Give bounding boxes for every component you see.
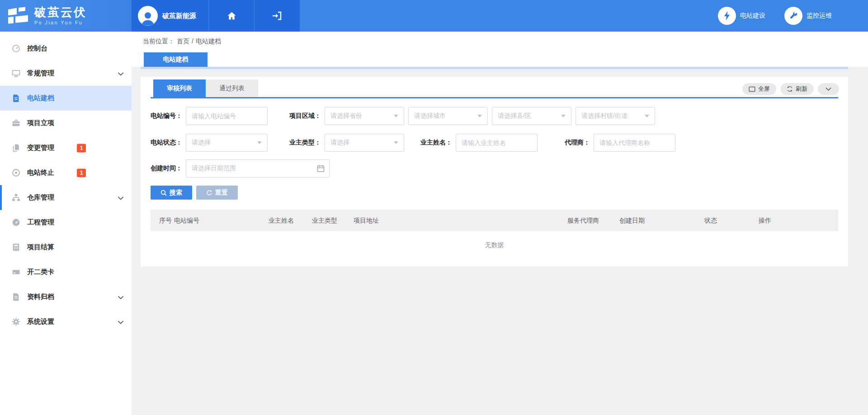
sidebar-item-system-settings[interactable]: 系统设置 (0, 309, 132, 334)
column-header: 电站编号 (174, 217, 269, 225)
fullscreen-label: 全屏 (758, 85, 770, 93)
region-label: 项目区域： (289, 112, 321, 120)
page-tab-station-filing[interactable]: 电站建档 (144, 52, 208, 67)
main-content: 当前位置： 首页 / 电站建档 电站建档 审核列表 通过列表 全屏 (132, 32, 868, 415)
owner-name-label: 业主姓名： (420, 139, 452, 147)
breadcrumb-strip: 当前位置： 首页 / 电站建档 电站建档 (132, 32, 868, 67)
chevron-down-icon (118, 194, 123, 202)
reset-button[interactable]: 重置 (196, 186, 238, 200)
tab-underline (151, 97, 838, 98)
home-button[interactable] (208, 0, 254, 32)
breadcrumb-current[interactable]: 电站建档 (196, 37, 221, 46)
lightning-icon (718, 7, 736, 25)
topbar: 破茧云伏 Po Jian Yun Fu 破茧新能源 (0, 0, 868, 32)
station-no-input[interactable] (186, 107, 268, 125)
sidebar-item-change-mgmt[interactable]: 变更管理 1 (0, 135, 132, 160)
sidebar-item-label: 控制台 (27, 44, 47, 53)
county-select[interactable]: 请选择县/区 (492, 107, 571, 125)
breadcrumb-separator: / (192, 37, 193, 46)
table-header-row: 序号 电站编号 业主姓名 业主类型 项目地址 服务代理商 创建日期 状态 操作 (151, 210, 838, 231)
logout-button[interactable] (254, 0, 300, 32)
sidebar-item-station-termination[interactable]: 电站终止 1 (0, 160, 132, 185)
fullscreen-button[interactable]: 全屏 (742, 83, 776, 95)
logo-subtitle: Po Jian Yun Fu (34, 20, 87, 25)
logo: 破茧云伏 Po Jian Yun Fu (0, 0, 132, 32)
sidebar-item-label: 变更管理 (27, 144, 54, 152)
sign-in-icon (271, 10, 283, 21)
sidebar-item-open-type2-card[interactable]: 开二类卡 (0, 260, 132, 284)
owner-type-select[interactable]: 请选择 (325, 134, 404, 152)
avatar (138, 6, 158, 26)
station-status-select[interactable]: 请选择 (186, 134, 268, 152)
city-select[interactable]: 请选择城市 (408, 107, 488, 125)
active-menu-indicator (0, 185, 2, 210)
county-select-value: 请选择县/区 (498, 112, 531, 120)
column-header: 状态 (704, 217, 759, 225)
reset-icon (206, 190, 212, 196)
logo-text: 破茧云伏 Po Jian Yun Fu (34, 6, 87, 25)
sidebar-item-warehouse-mgmt[interactable]: 仓库管理 (0, 185, 132, 210)
station-status-label: 电站状态： (151, 139, 182, 147)
sidebar-item-engineering-mgmt[interactable]: 工程管理 (0, 210, 132, 235)
sidebar-item-console[interactable]: 控制台 (0, 36, 132, 61)
search-button[interactable]: 搜索 (151, 186, 192, 200)
wrench-icon (784, 7, 802, 25)
chevron-down-icon (118, 70, 123, 78)
column-header: 业主类型 (312, 217, 354, 225)
panel-tools: 全屏 刷新 (742, 83, 839, 95)
caret-down-icon (394, 141, 398, 144)
gear-icon (12, 317, 20, 326)
tab-review-list[interactable]: 审核列表 (153, 79, 206, 97)
column-header: 业主姓名 (269, 217, 312, 225)
column-header: 项目地址 (354, 217, 567, 225)
province-select[interactable]: 请选择省份 (325, 107, 404, 125)
sidebar-item-project-initiation[interactable]: 项目立项 (0, 111, 132, 135)
column-header: 创建日期 (619, 217, 704, 225)
caret-down-icon (394, 115, 398, 117)
home-icon (226, 11, 237, 21)
nav-monitor-ops-label: 监控运维 (807, 12, 832, 20)
date-range-input[interactable]: 请选择日期范围 (186, 159, 330, 177)
owner-type-label: 业主类型： (289, 139, 321, 147)
station-status-value: 请选择 (192, 139, 211, 147)
tab-passed-list[interactable]: 通过列表 (206, 79, 258, 97)
document-icon (12, 94, 20, 103)
sidebar-item-general-mgmt[interactable]: 常规管理 (0, 61, 132, 86)
breadcrumb: 当前位置： 首页 / 电站建档 (143, 37, 221, 46)
collapse-button[interactable] (818, 83, 839, 95)
sidebar-item-label: 电站建档 (27, 94, 54, 103)
created-time-label: 创建时间： (151, 164, 182, 173)
caret-down-icon (645, 115, 649, 117)
record-icon (12, 168, 20, 177)
filter-actions: 搜索 重置 (151, 186, 238, 200)
breadcrumb-prefix: 当前位置： (143, 37, 175, 46)
badge-count: 1 (77, 144, 86, 152)
sidebar-item-station-filing[interactable]: 电站建档 (0, 86, 132, 111)
page-tab-divider (141, 67, 848, 69)
calculator-icon (12, 243, 20, 252)
sidebar-item-label: 电站终止 (27, 168, 54, 177)
sidebar-item-label: 项目立项 (27, 119, 54, 127)
town-select[interactable]: 请选择村镇/街道 (576, 107, 655, 125)
gauge-icon (12, 44, 20, 53)
refresh-button[interactable]: 刷新 (780, 83, 814, 95)
nav-monitor-ops[interactable]: 监控运维 (784, 7, 832, 25)
empty-state: 无数据 (151, 231, 838, 259)
owner-name-input[interactable] (456, 134, 538, 152)
filter-row-2: 电站状态： 请选择 业主类型： 请选择 业主姓名： 代理商： (151, 134, 838, 152)
refresh-icon (787, 86, 793, 92)
province-select-value: 请选择省份 (330, 112, 362, 120)
breadcrumb-home[interactable]: 首页 (177, 37, 189, 46)
sidebar-item-data-archive[interactable]: 资料归档 (0, 284, 132, 309)
user-icon (139, 9, 156, 26)
chevron-down-icon (826, 87, 831, 91)
city-select-value: 请选择城市 (414, 112, 446, 120)
nav-station-build[interactable]: 电站建设 (718, 7, 765, 25)
user-chip[interactable]: 破茧新能源 (132, 0, 208, 32)
sidebar-item-project-settlement[interactable]: 项目结算 (0, 235, 132, 260)
agent-input[interactable] (594, 134, 675, 152)
sidebar-item-label: 系统设置 (27, 317, 54, 326)
logo-title: 破茧云伏 (34, 6, 87, 19)
column-header: 序号 (159, 217, 174, 225)
sidebar-item-label: 项目结算 (27, 243, 54, 252)
